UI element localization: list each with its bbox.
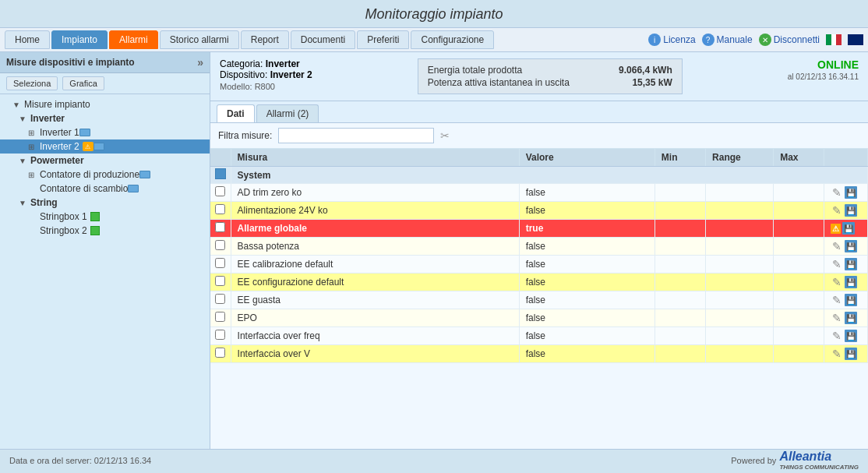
edit-icon[interactable]: ✎ <box>831 312 843 324</box>
flag-en-icon[interactable] <box>848 34 863 45</box>
save-icon[interactable]: 💾 <box>845 186 857 199</box>
save-icon[interactable]: 💾 <box>845 276 857 288</box>
device-icon <box>128 185 139 192</box>
nav-tab-storico[interactable]: Storico allarmi <box>160 30 239 49</box>
save-icon[interactable]: 💾 <box>845 204 857 217</box>
tree-contatore-prod[interactable]: ⊞ Contatore di produzione <box>0 168 210 182</box>
row-min-0 <box>655 184 705 202</box>
row-max-4 <box>774 256 824 274</box>
row-checkbox-6[interactable] <box>215 294 225 304</box>
toggle-icon: ▼ <box>19 115 28 123</box>
tree-string-section[interactable]: ▼ String <box>0 196 210 210</box>
navbar: Home Impianto Allarmi Storico allarmi Re… <box>0 27 868 52</box>
toggle-icon: ▼ <box>19 157 28 165</box>
nav-tab-preferiti[interactable]: Preferiti <box>357 30 409 49</box>
row-checkbox-3[interactable] <box>215 240 225 250</box>
nav-tab-documenti[interactable]: Documenti <box>291 30 355 49</box>
edit-icon[interactable]: ✎ <box>831 294 843 306</box>
manuale-button[interactable]: ? Manuale <box>702 34 753 46</box>
save-icon[interactable]: 💾 <box>845 312 857 324</box>
row-checkbox-cell <box>210 202 231 220</box>
row-max-6 <box>774 291 824 309</box>
row-valore-6: false <box>519 291 655 309</box>
tree-stringbox1[interactable]: Stringbox 1 <box>0 210 210 224</box>
row-checkbox-1[interactable] <box>215 204 225 214</box>
nav-tab-impianto[interactable]: Impianto <box>51 30 108 49</box>
edit-icon[interactable]: ✎ <box>831 258 843 270</box>
section-label-cell: System <box>231 167 867 184</box>
table-row: EE configurazione default false ✎ 💾 <box>210 274 868 291</box>
row-checkbox-4[interactable] <box>215 258 225 268</box>
save-icon[interactable]: 💾 <box>845 258 857 270</box>
nav-tab-report[interactable]: Report <box>241 30 289 49</box>
alleantia-logo: Alleantia THINGS COMMUNICATING <box>779 450 859 471</box>
tree-inverter1[interactable]: ⊞ Inverter 1 <box>0 125 210 139</box>
nav-tab-allarmi[interactable]: Allarmi <box>109 30 158 49</box>
energia-value: 9.066,4 kWh <box>610 65 672 76</box>
row-checkbox-0[interactable] <box>215 186 225 196</box>
edit-icon[interactable]: ✎ <box>831 330 843 342</box>
save-icon[interactable]: 💾 <box>845 330 857 342</box>
row-misura-1: Alimentazione 24V ko <box>231 202 519 220</box>
row-max-7 <box>774 309 824 327</box>
save-icon[interactable]: 💾 <box>845 348 857 360</box>
edit-icon[interactable]: ✎ <box>831 186 843 199</box>
save-icon[interactable]: 💾 <box>842 222 855 235</box>
row-misura-8: Interfaccia over freq <box>231 327 519 345</box>
row-checkbox-cell <box>210 309 231 327</box>
save-icon[interactable]: 💾 <box>845 294 857 306</box>
tree-misure-impianto[interactable]: ▼ Misure impianto <box>0 97 210 111</box>
potenza-label: Potenza attiva istantanea in uscita <box>428 77 570 88</box>
flag-it-icon[interactable] <box>826 34 842 45</box>
edit-icon[interactable]: ✎ <box>831 240 843 252</box>
edit-icon[interactable]: ✎ <box>831 204 843 217</box>
nav-tab-home[interactable]: Home <box>5 30 50 49</box>
categoria-row: Categoria: Inverter <box>220 58 312 69</box>
tree-powermeter-section[interactable]: ▼ Powermeter <box>0 154 210 168</box>
row-min-4 <box>655 256 705 274</box>
tree-inverter2[interactable]: ⊞ Inverter 2 ⚠ <box>0 139 210 154</box>
page-title: Monitoraggio impianto <box>0 6 868 23</box>
row-checkbox-8[interactable] <box>215 330 225 340</box>
tree-inverter-section[interactable]: ▼ Inverter <box>0 111 210 125</box>
row-checkbox-cell <box>210 274 231 291</box>
licenza-button[interactable]: i Licenza <box>648 34 695 46</box>
row-misura-7: EPO <box>231 309 519 327</box>
panel-tabs: Dati Allarmi (2) <box>210 101 868 123</box>
close-icon[interactable]: » <box>197 56 203 69</box>
tree-contatore-scambio[interactable]: Contatore di scambio <box>0 182 210 196</box>
tab-dati[interactable]: Dati <box>217 104 255 122</box>
toggle-icon: ⊞ <box>28 143 37 151</box>
filter-input[interactable] <box>278 128 434 143</box>
tab-allarmi[interactable]: Allarmi (2) <box>256 104 319 122</box>
row-checkbox-5[interactable] <box>215 276 225 286</box>
seleziona-button[interactable]: Seleziona <box>6 76 58 90</box>
sidebar: Misure dispositivi e impianto » Selezion… <box>0 52 210 449</box>
warn-action-icon[interactable]: ⚠ <box>831 224 841 234</box>
row-max-9 <box>774 345 824 363</box>
row-checkbox-2[interactable] <box>215 222 225 232</box>
row-checkbox-cell <box>210 220 231 238</box>
tree-stringbox2[interactable]: Stringbox 2 <box>0 224 210 238</box>
server-time: Data e ora del server: 02/12/13 16.34 <box>9 456 151 465</box>
grafica-button[interactable]: Grafica <box>62 76 104 90</box>
save-icon[interactable]: 💾 <box>845 240 857 252</box>
device-metrics: Energia totale prodotta 9.066,4 kWh Pote… <box>418 58 683 94</box>
disconnetti-button[interactable]: ✕ Disconnetti <box>759 34 820 46</box>
row-actions-3: ✎ 💾 <box>824 238 868 256</box>
section-header-row: System <box>210 167 868 184</box>
row-max-2 <box>774 220 824 238</box>
row-checkbox-9[interactable] <box>215 348 225 358</box>
nav-tab-configurazione[interactable]: Configurazione <box>411 30 494 49</box>
row-valore-9: false <box>519 345 655 363</box>
edit-icon[interactable]: ✎ <box>831 348 843 360</box>
row-checkbox-7[interactable] <box>215 312 225 322</box>
filter-icon[interactable]: ✂ <box>440 129 450 142</box>
row-actions-8: ✎ 💾 <box>824 327 868 345</box>
info-icon: i <box>648 34 661 46</box>
edit-icon[interactable]: ✎ <box>831 276 843 288</box>
row-min-8 <box>655 327 705 345</box>
row-valore-0: false <box>519 184 655 202</box>
table-header-row: Misura Valore Min Range Max <box>210 149 868 167</box>
help-icon: ? <box>702 34 715 46</box>
